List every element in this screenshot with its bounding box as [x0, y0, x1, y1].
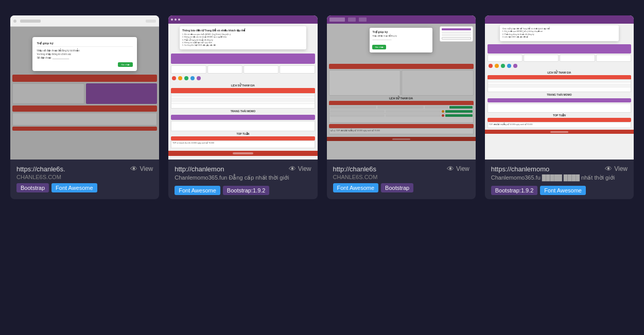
card-2-tags: Font Awesome Bootstrap:1.9.2 [175, 186, 311, 195]
card-1-tags: Bootstrap Font Awesome [16, 183, 153, 192]
card-1-thumbnail[interactable]: Trợ giúp ký Nhập số điện thoại để đăng k… [10, 15, 159, 160]
card-4: Chào mừng bạn đến với Trang Đổi và nhiều… [485, 15, 634, 199]
screenshot-gallery: Trợ giúp ký Nhập số điện thoại để đăng k… [10, 10, 634, 204]
card-2-tag-bootstrap[interactable]: Bootstrap:1.9.2 [223, 186, 270, 195]
card-3-url-text: http://chanle6s [333, 165, 443, 173]
card-3: Trợ giúp ký Nhập số điện thoại để đăng k… [327, 15, 476, 199]
card-3-view-link[interactable]: 👁 View [447, 165, 469, 173]
card-1-info: https://chanle6s. 👁 View CHANLE6S.COM Bo… [10, 160, 159, 199]
card-2-info: http://chanlemon 👁 View Chanlemomo365.fu… [168, 160, 317, 199]
card-4-url-text: https://chanlemomo [491, 165, 601, 173]
eye-icon-2: 👁 [289, 165, 296, 173]
eye-icon-3: 👁 [447, 165, 454, 173]
card-2-url-text: http://chanlemon [175, 165, 284, 173]
card-4-description: Chanlemomo365.fu █████ ████ nhất thời gi… [491, 174, 628, 182]
card-4-tag-bootstrap[interactable]: Bootstrap:1.9.2 [491, 186, 538, 195]
card-3-tag-fontawesome[interactable]: Font Awesome [333, 183, 379, 192]
card-4-tags: Bootstrap:1.9.2 Font Awesome [491, 186, 628, 195]
card-1-view-label: View [140, 165, 153, 172]
card-1-url: https://chanle6s. 👁 View [16, 165, 153, 173]
card-4-tag-fontawesome[interactable]: Font Awesome [540, 186, 586, 195]
card-2-view-label: View [298, 165, 311, 172]
card-2: Thông báo đến từ Trang Đổi và nhiều khác… [168, 15, 317, 199]
card-1: Trợ giúp ký Nhập số điện thoại để đăng k… [10, 15, 159, 199]
card-2-tag-fontawesome[interactable]: Font Awesome [175, 186, 220, 195]
card-2-view-link[interactable]: 👁 View [289, 165, 311, 173]
card-2-url: http://chanlemon 👁 View [175, 165, 311, 173]
card-4-info: https://chanlemomo 👁 View Chanlemomo365.… [485, 160, 634, 199]
card-1-url-text: https://chanle6s. [16, 165, 126, 173]
card-3-tags: Font Awesome Bootstrap [333, 183, 469, 192]
card-1-tag-fontawesome[interactable]: Font Awesome [51, 183, 97, 192]
eye-icon-4: 👁 [605, 165, 612, 173]
card-3-url: http://chanle6s 👁 View [333, 165, 469, 173]
card-2-thumbnail[interactable]: Thông báo đến từ Trang Đổi và nhiều khác… [168, 15, 317, 160]
card-3-view-label: View [456, 165, 469, 172]
card-2-description: Chanlemomo365.fun Đẳng cấp nhất thời giớ… [175, 174, 311, 182]
card-4-url: https://chanlemomo 👁 View [491, 165, 628, 173]
card-3-info: http://chanle6s 👁 View CHANLE6S.COM Font… [327, 160, 476, 199]
card-3-thumbnail[interactable]: Trợ giúp ký Nhập số điện thoại để đăng k… [327, 15, 476, 160]
card-4-view-link[interactable]: 👁 View [605, 165, 628, 173]
card-1-tag-bootstrap[interactable]: Bootstrap [16, 183, 49, 192]
card-1-view-link[interactable]: 👁 View [130, 165, 153, 173]
card-3-site-name: CHANLE6S.COM [333, 174, 469, 180]
card-1-site-name: CHANLE6S.COM [16, 174, 153, 180]
card-3-tag-bootstrap[interactable]: Bootstrap [381, 183, 413, 192]
card-4-thumbnail[interactable]: Chào mừng bạn đến với Trang Đổi và nhiều… [485, 15, 634, 160]
eye-icon: 👁 [130, 165, 137, 173]
card-4-view-label: View [614, 165, 628, 172]
